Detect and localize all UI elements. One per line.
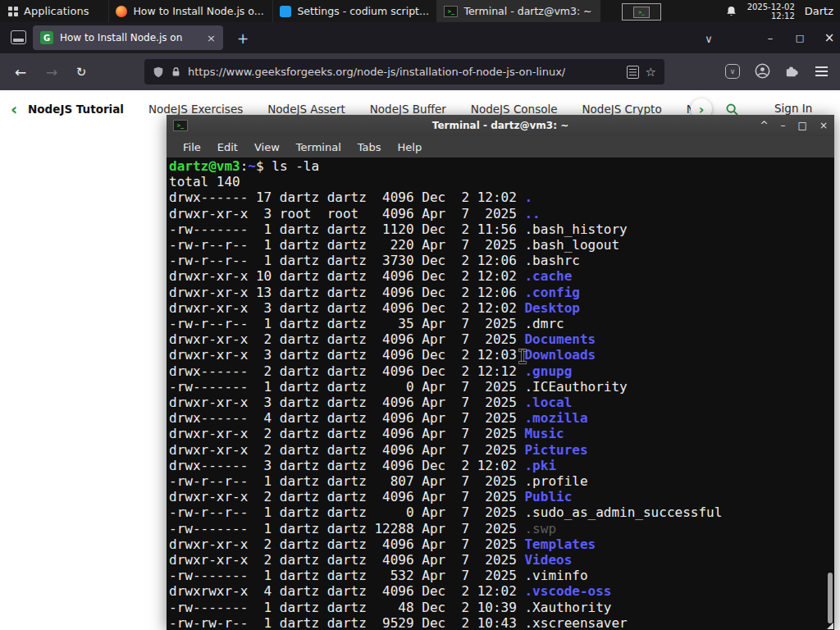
- reload-button[interactable]: ↻: [69, 53, 94, 90]
- list-all-tabs-chevron-icon[interactable]: ∨: [699, 29, 719, 48]
- account-icon[interactable]: [755, 63, 770, 79]
- applications-menu-button[interactable]: Applications: [0, 0, 97, 22]
- site-nav-item[interactable]: NodeJS Crypto: [582, 103, 662, 116]
- sign-in-link[interactable]: Sign In: [774, 102, 812, 115]
- desktop: Applications How to Install Node.js o...…: [0, 0, 840, 630]
- window-restore-button[interactable]: □: [788, 27, 812, 48]
- site-nav-item[interactable]: NodeJS Exercises: [148, 103, 243, 116]
- terminal-scrollbar[interactable]: [827, 200, 834, 630]
- clock-time: 12:12: [771, 11, 795, 21]
- taskbar-window-codium[interactable]: Settings - codium script...: [272, 0, 436, 22]
- firefox-icon: [116, 6, 127, 17]
- browser-tab-strip: G How to Install Node.js on × + ∨ – □ ×: [0, 22, 840, 53]
- taskbar-window-label: How to Install Node.js o...: [133, 5, 263, 17]
- hamburger-menu-icon[interactable]: [815, 66, 828, 68]
- applications-icon: [8, 7, 18, 16]
- codium-icon: [280, 6, 291, 17]
- mouse-cursor-ibeam: [518, 349, 527, 363]
- site-nav-item[interactable]: NodeJS Tutorial: [28, 103, 124, 116]
- clock-date: 2025-12-02: [747, 2, 795, 11]
- extensions-puzzle-icon[interactable]: [784, 64, 799, 79]
- new-tab-button[interactable]: +: [233, 29, 253, 48]
- terminal-scrollbar-thumb[interactable]: [828, 573, 833, 623]
- site-nav-item[interactable]: NodeJS Console: [471, 103, 558, 116]
- session-user-label[interactable]: Dartz: [805, 5, 833, 17]
- bookmark-star-icon[interactable]: ☆: [646, 65, 656, 80]
- terminal-menu-tabs[interactable]: Tabs: [349, 141, 390, 153]
- terminal-output: dartz@vm3:~$ ls -la total 140 drwx------…: [167, 158, 834, 630]
- terminal-menu-terminal[interactable]: Terminal: [288, 141, 349, 153]
- browser-tab-active[interactable]: G How to Install Node.js on ×: [33, 25, 223, 50]
- terminal-titlebar[interactable]: >_ Terminal - dartz@vm3: ~ ^ – □ ×: [167, 115, 834, 136]
- terminal-window: >_ Terminal - dartz@vm3: ~ ^ – □ × FileE…: [167, 115, 834, 630]
- taskbar-window-terminal[interactable]: >_Terminal - dartz@vm3: ~: [436, 0, 600, 22]
- terminal-menu-help[interactable]: Help: [390, 141, 431, 153]
- taskbar-window-label: Settings - codium script...: [297, 5, 428, 17]
- url-bar[interactable]: https://www.geeksforgeeks.org/node-js/in…: [144, 59, 664, 84]
- terminal-menu-edit[interactable]: Edit: [209, 141, 246, 153]
- tab-close-icon[interactable]: ×: [207, 32, 216, 44]
- panel-clock[interactable]: 2025-12-02 12:12: [747, 2, 795, 21]
- terminal-resize-grip[interactable]: [827, 623, 833, 629]
- notification-bell-icon[interactable]: [725, 5, 737, 18]
- taskbar-window-firefox[interactable]: How to Install Node.js o...: [108, 0, 272, 22]
- site-nav-item[interactable]: NodeJS Assert: [267, 103, 345, 116]
- terminal-menubar: FileEditViewTerminalTabsHelp: [167, 136, 834, 158]
- terminal-title: Terminal - dartz@vm3: ~: [167, 120, 834, 131]
- desktop-panel: Applications How to Install Node.js o...…: [0, 0, 840, 22]
- taskbar-window-list: How to Install Node.js o...Settings - co…: [108, 0, 600, 22]
- reader-mode-icon[interactable]: [627, 66, 639, 79]
- terminal-shade-button[interactable]: ^: [760, 120, 769, 131]
- workspace-window-icon: >_: [633, 7, 650, 18]
- back-button[interactable]: ←: [8, 53, 33, 90]
- forward-button: →: [39, 53, 64, 90]
- firefox-view-icon[interactable]: [11, 30, 26, 44]
- terminal-menu-file[interactable]: File: [175, 141, 209, 153]
- terminal-close-button[interactable]: ×: [819, 120, 828, 131]
- site-nav-back-chevron-icon[interactable]: ‹: [11, 99, 17, 119]
- pocket-icon[interactable]: ∨: [725, 64, 740, 79]
- terminal-icon: >_: [444, 6, 458, 17]
- terminal-maximize-button[interactable]: □: [798, 120, 807, 131]
- tab-title: How to Install Node.js on: [60, 32, 202, 43]
- tracking-shield-icon[interactable]: [153, 66, 164, 79]
- window-minimize-button[interactable]: –: [758, 27, 783, 48]
- window-close-button[interactable]: ×: [817, 27, 840, 48]
- lock-icon[interactable]: [171, 66, 181, 78]
- terminal-menu-view[interactable]: View: [246, 141, 288, 153]
- url-text: https://www.geeksforgeeks.org/node-js/in…: [188, 66, 565, 78]
- workspace-switcher[interactable]: >_: [622, 3, 661, 21]
- site-nav-item[interactable]: NodeJS Buffer: [370, 103, 446, 116]
- tab-favicon: G: [40, 31, 53, 44]
- terminal-minimize-button[interactable]: –: [781, 120, 786, 131]
- taskbar-window-label: Terminal - dartz@vm3: ~: [463, 5, 591, 17]
- browser-toolbar: ← → ↻ https://www.geeksforgeeks.org/node…: [0, 53, 840, 90]
- applications-label: Applications: [24, 5, 89, 17]
- terminal-viewport[interactable]: dartz@vm3:~$ ls -la total 140 drwx------…: [167, 158, 834, 630]
